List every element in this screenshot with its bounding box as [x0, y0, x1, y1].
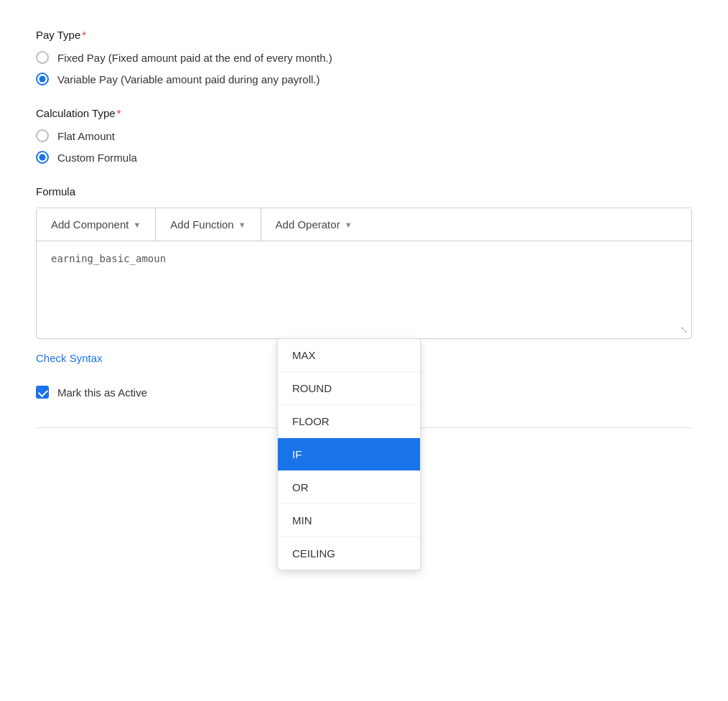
variable-pay-radio[interactable]	[36, 73, 49, 85]
flat-amount-label: Flat Amount	[57, 130, 115, 142]
formula-toolbar: Add Component ▼ Add Function ▼ Add Opera…	[37, 208, 691, 241]
formula-body: ⤡	[37, 241, 691, 338]
function-dropdown: MAX ROUND FLOOR IF OR MIN CEILING	[277, 338, 421, 570]
formula-label: Formula	[36, 185, 692, 198]
fixed-pay-option[interactable]: Fixed Pay (Fixed amount paid at the end …	[36, 51, 692, 64]
mark-active-checkbox[interactable]	[36, 386, 49, 399]
formula-container: Add Component ▼ Add Function ▼ Add Opera…	[36, 208, 692, 339]
add-function-chevron-icon: ▼	[238, 220, 246, 229]
fixed-pay-label: Fixed Pay (Fixed amount paid at the end …	[57, 52, 332, 64]
calculation-type-group: Flat Amount Custom Formula	[36, 129, 692, 164]
flat-amount-radio[interactable]	[36, 129, 49, 142]
calculation-type-label: Calculation Type*	[36, 107, 692, 119]
function-floor[interactable]: FLOOR	[278, 405, 420, 438]
function-max[interactable]: MAX	[278, 339, 420, 372]
formula-input[interactable]	[51, 253, 677, 325]
resize-handle-icon[interactable]: ⤡	[680, 324, 689, 335]
fixed-pay-radio[interactable]	[36, 51, 49, 64]
add-function-button[interactable]: Add Function ▼	[156, 208, 261, 241]
add-component-button[interactable]: Add Component ▼	[37, 208, 156, 241]
function-ceiling[interactable]: CEILING	[278, 537, 420, 570]
variable-pay-option[interactable]: Variable Pay (Variable amount paid durin…	[36, 73, 692, 85]
function-if[interactable]: IF	[278, 438, 420, 471]
pay-type-label: Pay Type*	[36, 29, 692, 41]
custom-formula-option[interactable]: Custom Formula	[36, 151, 692, 164]
custom-formula-label: Custom Formula	[57, 152, 137, 164]
add-operator-chevron-icon: ▼	[345, 220, 353, 229]
function-or[interactable]: OR	[278, 471, 420, 504]
custom-formula-radio[interactable]	[36, 151, 49, 164]
pay-type-group: Fixed Pay (Fixed amount paid at the end …	[36, 51, 692, 85]
pay-type-required: *	[82, 29, 86, 41]
check-syntax-link[interactable]: Check Syntax	[36, 352, 103, 364]
mark-active-label: Mark this as Active	[57, 386, 147, 399]
variable-pay-label: Variable Pay (Variable amount paid durin…	[57, 73, 319, 85]
add-function-label: Add Function	[170, 218, 233, 231]
calc-type-required: *	[117, 107, 121, 119]
add-operator-button[interactable]: Add Operator ▼	[261, 208, 367, 241]
add-component-label: Add Component	[51, 218, 129, 231]
function-min[interactable]: MIN	[278, 504, 420, 537]
add-operator-label: Add Operator	[276, 218, 340, 231]
flat-amount-option[interactable]: Flat Amount	[36, 129, 692, 142]
add-component-chevron-icon: ▼	[133, 220, 141, 229]
function-round[interactable]: ROUND	[278, 372, 420, 405]
